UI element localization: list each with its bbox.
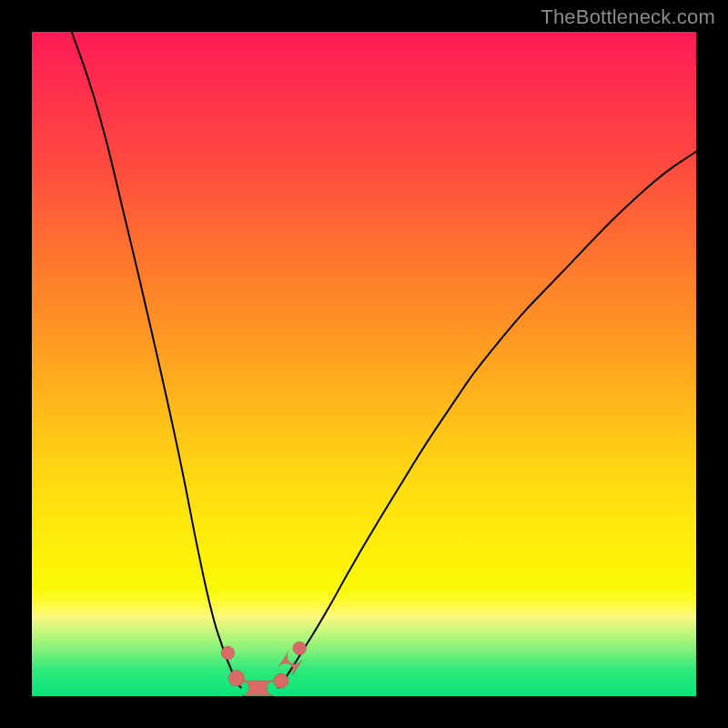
marker-dot (221, 646, 235, 660)
chart-frame: TheBottleneck.com (0, 0, 728, 728)
plot-area (32, 32, 696, 696)
marker-dot (228, 671, 245, 687)
right-curve (278, 151, 696, 688)
left-curve (72, 32, 241, 688)
chart-svg (32, 32, 696, 696)
marker-pill (242, 681, 274, 695)
markers-group (221, 642, 306, 695)
marker-dot (274, 673, 288, 688)
watermark-text: TheBottleneck.com (541, 5, 715, 29)
marker-dot (293, 642, 307, 655)
